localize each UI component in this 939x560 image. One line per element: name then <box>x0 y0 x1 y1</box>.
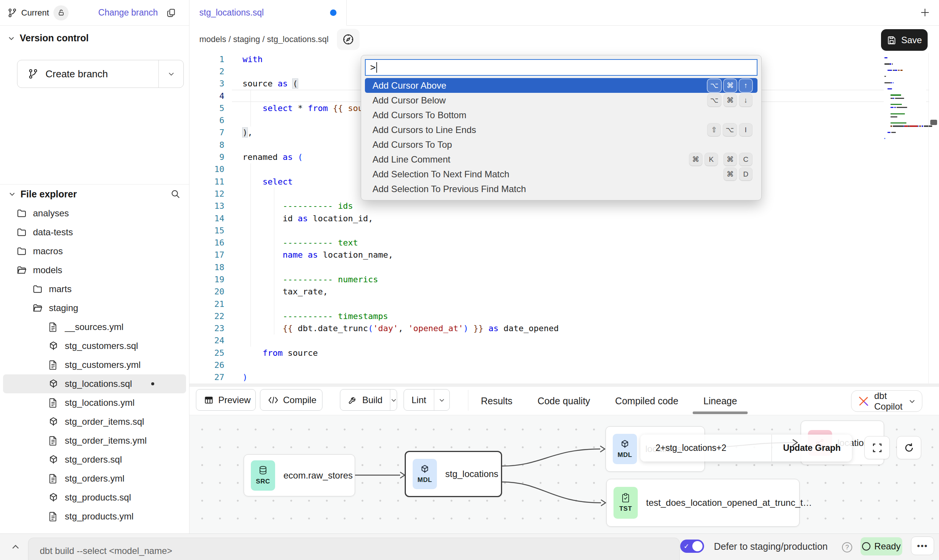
code-line-24: 24 <box>189 335 939 347</box>
chevron-down-icon[interactable] <box>8 190 16 198</box>
line-number: 1 <box>189 55 224 64</box>
save-label: Save <box>901 35 922 45</box>
build-label: Build <box>362 395 382 405</box>
keyboard-key: ⌘ <box>689 153 702 166</box>
palette-item-label: Add Cursors To Bottom <box>372 110 466 120</box>
dbt-command-input[interactable]: dbt build --select <model_name> <box>28 538 680 560</box>
tree-item-analyses[interactable]: analyses <box>0 204 189 223</box>
lineage-search-input[interactable]: 2+stg_locations+2 <box>640 435 772 461</box>
database-icon <box>258 466 268 476</box>
lineage-node-test[interactable]: TST test_does_location_opened_at_trunc_t… <box>606 479 800 527</box>
more-options-button[interactable]: ••• <box>911 537 934 555</box>
chevron-down-icon[interactable] <box>8 34 15 42</box>
breadcrumb: models / staging / stg_locations.sql <box>199 34 329 44</box>
keyboard-key: ⌘ <box>724 94 737 107</box>
line-number: 7 <box>189 128 224 137</box>
tree-item-staging[interactable]: staging <box>0 299 189 318</box>
copy-icon[interactable] <box>166 8 177 18</box>
file-icon <box>48 435 59 446</box>
tab-stg-locations-sql[interactable]: stg_locations.sql <box>189 0 347 26</box>
palette-item-add-selection-to-next-find-match[interactable]: Add Selection To Next Find Match⌘D <box>365 167 757 181</box>
scrollbar-thumb[interactable] <box>930 120 937 125</box>
palette-item-add-selection-to-previous-find-match[interactable]: Add Selection To Previous Find Match <box>365 181 757 196</box>
tree-item-stg-locations-yml[interactable]: stg_locations.yml <box>0 393 189 412</box>
palette-item-label: Add Line Comment <box>372 154 450 165</box>
model-icon <box>48 492 59 503</box>
build-dropdown[interactable] <box>390 389 397 410</box>
lineage-canvas[interactable]: MDL locations locations SRC ecom.raw_sto… <box>189 415 939 533</box>
editor-hscrollbar[interactable] <box>189 383 939 387</box>
keyboard-key: ⌥ <box>723 124 737 136</box>
palette-item-label: Add Cursor Above <box>372 80 446 91</box>
create-branch-button[interactable]: Create branch <box>17 60 184 88</box>
tree-item-data-tests[interactable]: data-tests <box>0 223 189 242</box>
line-number: 6 <box>189 116 224 125</box>
tree-item-stg-customers-sql[interactable]: stg_customers.sql <box>0 336 189 355</box>
create-branch-dropdown[interactable] <box>158 60 183 88</box>
tree-item-models[interactable]: models <box>0 261 189 280</box>
defer-toggle[interactable]: ✓ <box>680 540 704 553</box>
tree-item-stg-products-sql[interactable]: stg_products.sql <box>0 488 189 507</box>
tree-item-marts[interactable]: marts <box>0 280 189 299</box>
ready-label: Ready <box>874 541 900 552</box>
lint-dropdown[interactable] <box>434 389 449 410</box>
help-icon[interactable]: ? <box>842 542 852 552</box>
tree-item-stg-products-yml[interactable]: stg_products.yml <box>0 507 189 526</box>
tab-code-quality[interactable]: Code quality <box>537 396 590 407</box>
tab-title: stg_locations.sql <box>199 8 264 18</box>
palette-item-add-cursors-to-top[interactable]: Add Cursors To Top <box>365 137 757 152</box>
tree-item-macros[interactable]: macros <box>0 242 189 261</box>
save-icon <box>887 35 897 45</box>
tab-lineage[interactable]: Lineage <box>703 396 737 407</box>
chevron-up-icon[interactable] <box>11 542 20 552</box>
keyboard-key: ⌘ <box>724 79 737 92</box>
command-palette-input[interactable]: > <box>365 59 757 76</box>
dbt-copilot-button[interactable]: dbt Copilot <box>851 390 922 412</box>
folder-icon <box>16 246 28 257</box>
tree-item-label: stg_customers.sql <box>65 341 138 351</box>
tab-results[interactable]: Results <box>481 396 512 407</box>
tree-item-stg-order-items-sql[interactable]: stg_order_items.sql <box>0 412 189 431</box>
search-icon[interactable] <box>170 189 181 199</box>
tree-item-stg-orders-sql[interactable]: stg_orders.sql <box>0 450 189 469</box>
tree-item-stg-orders-yml[interactable]: stg_orders.yml <box>0 469 189 488</box>
code-line-22: 22 ---------- timestamps <box>189 310 939 322</box>
fullscreen-button[interactable] <box>864 436 890 459</box>
change-branch-link[interactable]: Change branch <box>98 8 158 18</box>
keyboard-key: ⇧ <box>707 124 720 136</box>
tree-item--sources-yml[interactable]: __sources.yml <box>0 318 189 336</box>
save-button[interactable]: Save <box>881 29 928 51</box>
palette-item-add-cursor-above[interactable]: Add Cursor Above⌥⌘↑ <box>365 78 757 93</box>
minimap[interactable] <box>884 55 926 381</box>
compile-button[interactable]: Compile <box>260 389 322 411</box>
lineage-node-ecom-raw-stores[interactable]: SRC ecom.raw_stores <box>244 454 355 496</box>
palette-item-label: Add Selection To Previous Find Match <box>372 184 526 194</box>
palette-item-add-cursors-to-line-ends[interactable]: Add Cursors to Line Ends⇧⌥I <box>365 122 757 137</box>
tree-item-stg-locations-sql[interactable]: stg_locations.sql <box>3 374 186 393</box>
palette-item-add-cursor-below[interactable]: Add Cursor Below⌥⌘↓ <box>365 93 757 108</box>
new-tab-icon[interactable] <box>919 7 931 18</box>
file-tree: analysesdata-testsmacrosmodelsmartsstagi… <box>0 204 189 526</box>
tree-item-stg-customers-yml[interactable]: stg_customers.yml <box>0 355 189 374</box>
build-button[interactable]: Build <box>340 389 397 411</box>
compass-icon[interactable] <box>337 29 360 50</box>
tree-item-label: stg_order_items.yml <box>65 435 147 446</box>
text-cursor <box>376 62 377 73</box>
refresh-button[interactable] <box>897 436 921 459</box>
tree-item-label: models <box>33 265 62 275</box>
palette-item-add-line-comment[interactable]: Add Line Comment⌘K⌘C <box>365 152 757 167</box>
tree-item-stg-order-items-yml[interactable]: stg_order_items.yml <box>0 431 189 450</box>
keyboard-key: ↑ <box>739 79 752 92</box>
palette-item-add-cursors-to-bottom[interactable]: Add Cursors To Bottom <box>365 108 757 122</box>
command-palette: > Add Cursor Above⌥⌘↑Add Cursor Below⌥⌘↓… <box>361 55 762 200</box>
lint-button[interactable]: Lint <box>404 389 450 411</box>
model-icon <box>48 454 59 465</box>
lineage-search-overlay: 2+stg_locations+2 Update Graph <box>640 435 852 461</box>
line-number: 14 <box>189 214 224 223</box>
line-number: 27 <box>189 372 224 382</box>
update-graph-button[interactable]: Update Graph <box>772 435 852 461</box>
preview-button[interactable]: Preview <box>196 389 256 411</box>
code-line-13: 13 ---------- ids <box>189 200 939 212</box>
tab-compiled-code[interactable]: Compiled code <box>615 396 678 407</box>
lineage-node-stg-locations[interactable]: MDL stg_locations <box>405 451 502 497</box>
